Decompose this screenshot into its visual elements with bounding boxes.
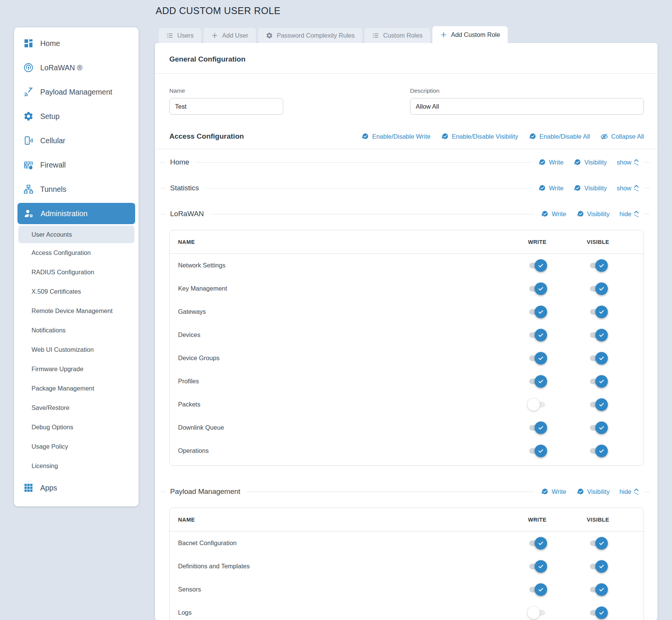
- toggle-thumb: [595, 606, 608, 619]
- toggle-thumb: [527, 606, 540, 619]
- check-circle-icon: [538, 158, 546, 166]
- action-enable-disable-visibility[interactable]: Enable/Disable Visibility: [441, 133, 518, 141]
- visible-toggle[interactable]: [588, 352, 608, 365]
- sidebar-subitem-package-management[interactable]: Package Management: [14, 379, 139, 398]
- visible-toggle[interactable]: [588, 259, 608, 272]
- permission-name: Device Groups: [178, 354, 507, 362]
- tab-add-custom-role[interactable]: Add Custom Role: [432, 26, 508, 43]
- write-toggle[interactable]: [527, 375, 547, 388]
- sidebar-subitem-remote-device-management[interactable]: Remote Device Management: [14, 301, 139, 321]
- sidebar-item-apps[interactable]: Apps: [14, 476, 139, 500]
- tab-users[interactable]: Users: [159, 28, 201, 43]
- section-header: StatisticsWriteVisibilityshow: [169, 175, 644, 201]
- visible-toggle[interactable]: [588, 537, 608, 550]
- visible-toggle[interactable]: [588, 329, 608, 342]
- sidebar-subitem-firmware-upgrade[interactable]: Firmware Upgrade: [14, 359, 139, 379]
- sidebar-subitem-debug-options[interactable]: Debug Options: [14, 418, 139, 437]
- section-showhide-toggle[interactable]: show: [617, 159, 639, 166]
- section-visibility-control[interactable]: Visibility: [576, 210, 610, 218]
- write-toggle[interactable]: [527, 329, 547, 342]
- write-toggle[interactable]: [527, 421, 547, 434]
- chevron-up-down-icon: [634, 159, 639, 166]
- section-showhide-toggle[interactable]: show: [617, 185, 639, 192]
- gear-icon: [23, 111, 34, 122]
- write-toggle[interactable]: [527, 352, 547, 365]
- section-visibility-control[interactable]: Visibility: [573, 158, 607, 166]
- write-toggle[interactable]: [527, 305, 547, 318]
- visible-toggle[interactable]: [588, 444, 608, 457]
- visible-toggle[interactable]: [588, 560, 608, 573]
- cellular-icon: [23, 135, 34, 146]
- sidebar-subitem-x-509-certificates[interactable]: X.509 Certificates: [14, 282, 139, 301]
- visible-toggle[interactable]: [588, 305, 608, 318]
- description-input[interactable]: [410, 98, 644, 115]
- write-toggle[interactable]: [527, 282, 547, 295]
- sidebar-item-administration[interactable]: Administration: [17, 203, 135, 224]
- sidebar-subitem-radius-configuration[interactable]: RADIUS Configuration: [14, 263, 139, 282]
- write-toggle[interactable]: [527, 444, 547, 457]
- visible-toggle[interactable]: [588, 606, 608, 619]
- sidebar-item-payload-management[interactable]: Payload Management: [14, 80, 139, 104]
- write-toggle[interactable]: [527, 259, 547, 272]
- write-cell: [507, 583, 568, 596]
- section-write-control[interactable]: Write: [538, 158, 563, 166]
- tab-custom-roles[interactable]: Custom Roles: [364, 28, 430, 43]
- access-configuration-heading: Access Configuration: [169, 132, 244, 141]
- visible-toggle[interactable]: [588, 282, 608, 295]
- section-write-control[interactable]: Write: [541, 488, 566, 496]
- write-cell: [507, 537, 568, 550]
- write-toggle[interactable]: [527, 583, 547, 596]
- list-icon: [166, 32, 174, 39]
- write-toggle[interactable]: [527, 560, 547, 573]
- list-icon: [372, 32, 379, 39]
- permission-row-key-management: Key Management: [170, 277, 644, 300]
- sidebar-subitem-usage-policy[interactable]: Usage Policy: [14, 437, 139, 456]
- sidebar-item-setup[interactable]: Setup: [14, 104, 139, 128]
- sidebar-subitem-notifications[interactable]: Notifications: [14, 321, 139, 340]
- permission-row-network-settings: Network Settings: [170, 254, 644, 277]
- section-controls: WriteVisibilityshow: [538, 158, 639, 166]
- section-write-control[interactable]: Write: [541, 210, 566, 218]
- name-input[interactable]: [169, 98, 283, 115]
- sidebar-item-firewall[interactable]: Firewall: [14, 153, 139, 177]
- section-visibility-control[interactable]: Visibility: [573, 184, 607, 192]
- control-label: Write: [552, 210, 566, 218]
- visible-toggle[interactable]: [588, 421, 608, 434]
- sidebar-item-label: Cellular: [40, 136, 65, 145]
- section-visibility-control[interactable]: Visibility: [576, 488, 610, 496]
- access-sections: HomeWriteVisibilityshowStatisticsWriteVi…: [169, 149, 644, 620]
- section-write-control[interactable]: Write: [538, 184, 563, 192]
- visible-cell: [568, 282, 628, 295]
- sidebar-item-tunnels[interactable]: Tunnels: [14, 177, 139, 201]
- permission-name: Gateways: [178, 308, 507, 315]
- visible-toggle[interactable]: [588, 583, 608, 596]
- action-enable-disable-write[interactable]: Enable/Disable Write: [361, 133, 431, 141]
- sidebar-subitem-save-restore[interactable]: Save/Restore: [14, 398, 139, 418]
- permission-row-device-groups: Device Groups: [170, 346, 644, 370]
- section-showhide-toggle[interactable]: hide: [620, 210, 639, 218]
- sidebar-subitem-web-ui-customization[interactable]: Web UI Customization: [14, 340, 139, 359]
- section-title: Statistics: [170, 184, 199, 192]
- sidebar-item-home[interactable]: Home: [14, 31, 139, 55]
- sidebar-subitem-licensing[interactable]: Licensing: [14, 456, 139, 476]
- write-toggle[interactable]: [527, 606, 547, 619]
- tab-add-user[interactable]: Add User: [203, 28, 256, 43]
- sidebar-subitem-user-accounts[interactable]: User Accounts: [18, 226, 134, 243]
- permission-row-downlink-queue: Downlink Queue: [170, 416, 644, 439]
- permission-name: Operations: [178, 447, 507, 454]
- permission-name: Sensors: [178, 586, 507, 593]
- section-showhide-toggle[interactable]: hide: [620, 488, 639, 495]
- sidebar-item-label: Setup: [40, 112, 60, 121]
- column-visible: VISIBLE: [568, 239, 628, 245]
- tab-password-complexity-rules[interactable]: Password Complexity Rules: [258, 28, 362, 43]
- sidebar-item-cellular[interactable]: Cellular: [14, 128, 139, 153]
- spacer: [169, 470, 644, 479]
- write-toggle[interactable]: [527, 537, 547, 550]
- sidebar-item-lorawan[interactable]: LoRaWAN ®: [14, 55, 139, 80]
- visible-toggle[interactable]: [588, 398, 608, 411]
- visible-toggle[interactable]: [588, 375, 608, 388]
- action-collapse-all[interactable]: Collapse All: [600, 133, 644, 141]
- action-enable-disable-all[interactable]: Enable/Disable All: [528, 133, 590, 141]
- write-toggle[interactable]: [527, 398, 547, 411]
- sidebar-subitem-access-configuration[interactable]: Access Configuration: [14, 243, 139, 263]
